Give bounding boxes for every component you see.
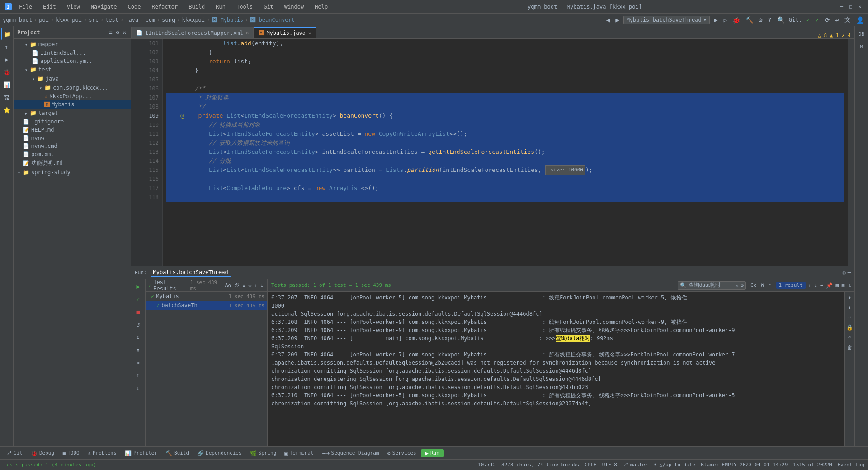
tree-item-mvnw[interactable]: 📄 mvnw bbox=[14, 134, 131, 142]
breadcrumb-mybatis[interactable]: 🅼 Mybatis bbox=[212, 17, 243, 23]
console-icon2[interactable]: ⊞ bbox=[835, 282, 839, 289]
menu-edit[interactable]: Edit bbox=[39, 3, 60, 11]
menu-git[interactable]: Git bbox=[260, 3, 277, 11]
bottom-btn-debug[interactable]: 🐞 Debug bbox=[27, 449, 58, 457]
tree-item-helpmd[interactable]: 📝 HELP.md bbox=[14, 126, 131, 134]
code-content[interactable]: list.add(entity); } return list; } /** *… bbox=[163, 39, 848, 266]
status-chars[interactable]: 3273 chars, 74 line breaks bbox=[501, 462, 579, 468]
bottom-btn-dependencies[interactable]: 🔗 Dependencies bbox=[193, 449, 245, 457]
run-button[interactable]: ▶ bbox=[712, 16, 719, 24]
search-everywhere-icon[interactable]: 🔍 bbox=[776, 16, 786, 24]
breadcrumb-src[interactable]: src bbox=[89, 17, 99, 23]
tree-item-application[interactable]: 📄 application.ym... bbox=[14, 57, 131, 65]
bottom-btn-terminal[interactable]: ▣ Terminal bbox=[281, 449, 317, 457]
status-event-log[interactable]: Event Log bbox=[837, 462, 864, 468]
test-result-mybatis[interactable]: ✓ Mybatis 1 sec 439 ms bbox=[146, 292, 267, 301]
run-panel-close-icon[interactable]: ─ bbox=[848, 270, 851, 276]
run-sidebar-icon[interactable]: ▶ bbox=[1, 53, 13, 65]
regex-icon[interactable]: * bbox=[769, 282, 772, 288]
run-collapse-icon[interactable]: ⇔ bbox=[133, 357, 144, 368]
debug-sidebar-icon[interactable]: 🐞 bbox=[1, 66, 13, 78]
tree-item-com-song[interactable]: ▾ 📁 com.song.kkxxx... bbox=[14, 83, 131, 92]
git-check-icon[interactable]: ✓ bbox=[805, 16, 811, 24]
next-result-icon[interactable]: ↓ bbox=[814, 282, 817, 289]
status-line-count[interactable]: 1515 of 2022M bbox=[793, 462, 832, 468]
console-filter2-icon[interactable]: ⚗ bbox=[847, 333, 852, 342]
status-blame[interactable]: Blame: EMPTY 2023-04-01 14:29 bbox=[701, 462, 788, 468]
menu-build[interactable]: Build bbox=[185, 3, 208, 11]
status-tests-passed[interactable]: Tests passed: 1 (4 minutes ago) bbox=[4, 462, 96, 468]
run-sort-icon[interactable]: ↕ bbox=[133, 332, 144, 342]
breadcrumb-java[interactable]: java bbox=[125, 17, 138, 23]
tab-close-iintendscale[interactable]: ✕ bbox=[246, 30, 249, 36]
breadcrumb-poi[interactable]: poi bbox=[39, 17, 49, 23]
test-sort-alpha-icon[interactable]: Aα bbox=[224, 282, 232, 289]
tab-iintendscale[interactable]: 📄 IIntEndScaleForecastMapper.xml ✕ bbox=[131, 27, 254, 38]
soft-wrap-icon[interactable]: ↩ bbox=[847, 313, 852, 322]
tree-item-gongneng[interactable]: 📝 功能说明.md bbox=[14, 158, 131, 168]
test-up-icon[interactable]: ↑ bbox=[254, 282, 259, 289]
structure-sidebar-icon[interactable]: 🏗 bbox=[1, 91, 13, 103]
run-panel-settings-icon[interactable]: ⚙ bbox=[843, 270, 846, 276]
run-filter-icon[interactable]: ✓ bbox=[133, 294, 144, 304]
profiler-sidebar-icon[interactable]: 📊 bbox=[1, 79, 13, 90]
status-position[interactable]: 107:12 bbox=[478, 462, 496, 468]
wrap-icon[interactable]: ↩ bbox=[820, 282, 823, 289]
run-rerun-icon[interactable]: ↺ bbox=[133, 319, 144, 330]
git-fetch-icon[interactable]: ⟳ bbox=[823, 16, 831, 24]
bottom-btn-profiler[interactable]: 📊 Profiler bbox=[121, 449, 161, 457]
menu-navigate[interactable]: Navigate bbox=[87, 3, 121, 11]
panel-collapse-icon[interactable]: ≡ bbox=[108, 28, 113, 37]
nav-back-icon[interactable]: ◀ bbox=[605, 16, 611, 24]
bottom-btn-todo[interactable]: ≡ TODO bbox=[59, 449, 83, 457]
debug-icon[interactable]: 🐞 bbox=[731, 16, 741, 24]
tree-item-pomxml[interactable]: 📄 pom.xml bbox=[14, 150, 131, 158]
run-expand-icon[interactable]: ⇕ bbox=[133, 344, 144, 355]
console-text[interactable]: 6:37.207 INFO 4064 --- [onPool-worker-5]… bbox=[268, 292, 844, 446]
breadcrumb-test[interactable]: test bbox=[105, 17, 118, 23]
status-git-branch[interactable]: ⎇ master bbox=[623, 462, 648, 468]
run-again-button[interactable]: ▶ bbox=[133, 281, 144, 292]
console-search-input[interactable] bbox=[689, 282, 734, 289]
menu-file[interactable]: File bbox=[15, 3, 36, 11]
git-push-icon[interactable]: ✓ bbox=[814, 16, 820, 24]
pin-icon[interactable]: 📌 bbox=[826, 282, 833, 289]
status-vcs[interactable]: 3 △/up-to-date bbox=[654, 462, 696, 468]
panel-close-icon[interactable]: ✕ bbox=[122, 28, 127, 37]
status-encoding[interactable]: UTF-8 bbox=[602, 462, 617, 468]
breadcrumb-song[interactable]: song bbox=[162, 17, 175, 23]
tree-item-mvnwcmd[interactable]: 📄 mvnw.cmd bbox=[14, 142, 131, 150]
tree-item-java[interactable]: ▾ 📁 java bbox=[14, 74, 131, 83]
menu-help[interactable]: Help bbox=[311, 3, 331, 11]
tree-item-spring-study[interactable]: ▾ 📁 spring-study bbox=[14, 168, 131, 177]
bottom-btn-sequence[interactable]: ⟿ Sequence Diagram bbox=[318, 449, 383, 457]
search-settings-icon[interactable]: ⚙ bbox=[741, 282, 744, 289]
breadcrumb-kkxxpoi[interactable]: kkxxpoi bbox=[182, 17, 205, 23]
project-sidebar-icon[interactable]: 📁 bbox=[1, 28, 13, 40]
tree-item-test[interactable]: ▾ 📁 test bbox=[14, 65, 131, 74]
maximize-button[interactable]: □ bbox=[847, 3, 854, 10]
breadcrumb-beanconvert[interactable]: 🅼 beanConvert bbox=[250, 17, 295, 23]
tree-item-mapper[interactable]: ▾ 📁 mapper bbox=[14, 40, 131, 49]
menu-refactor[interactable]: Refactor bbox=[148, 3, 181, 11]
minimize-button[interactable]: ─ bbox=[838, 3, 845, 10]
database-sidebar-icon[interactable]: DB bbox=[856, 28, 868, 40]
search-clear-icon[interactable]: ✕ bbox=[736, 282, 739, 289]
test-result-batchsave[interactable]: ✓ batchSaveTh 1 sec 439 ms bbox=[146, 301, 267, 310]
menu-tools[interactable]: Tools bbox=[233, 3, 256, 11]
git-rollback-icon[interactable]: ↩ bbox=[834, 16, 840, 24]
run-import-icon[interactable]: ↑ bbox=[133, 370, 144, 380]
settings-icon[interactable]: ⚙ bbox=[757, 16, 764, 24]
nav-forward-icon[interactable]: ▶ bbox=[614, 16, 620, 24]
match-case-icon[interactable]: W bbox=[761, 282, 764, 288]
breadcrumb-yqmm[interactable]: yqmm-boot bbox=[3, 17, 32, 23]
bottom-btn-git[interactable]: ⎇ Git bbox=[2, 449, 26, 457]
user-icon[interactable]: 👤 bbox=[855, 16, 865, 24]
breadcrumb-com[interactable]: com bbox=[145, 17, 155, 23]
help-icon[interactable]: ? bbox=[766, 16, 773, 24]
build-icon[interactable]: 🔨 bbox=[744, 16, 755, 24]
run-stop-icon[interactable]: ■ bbox=[133, 306, 144, 317]
prev-result-icon[interactable]: ↑ bbox=[808, 282, 811, 289]
tab-mybatis[interactable]: 🅼 Mybatis.java ✕ bbox=[254, 27, 316, 38]
panel-settings-icon[interactable]: ⚙ bbox=[115, 28, 120, 37]
